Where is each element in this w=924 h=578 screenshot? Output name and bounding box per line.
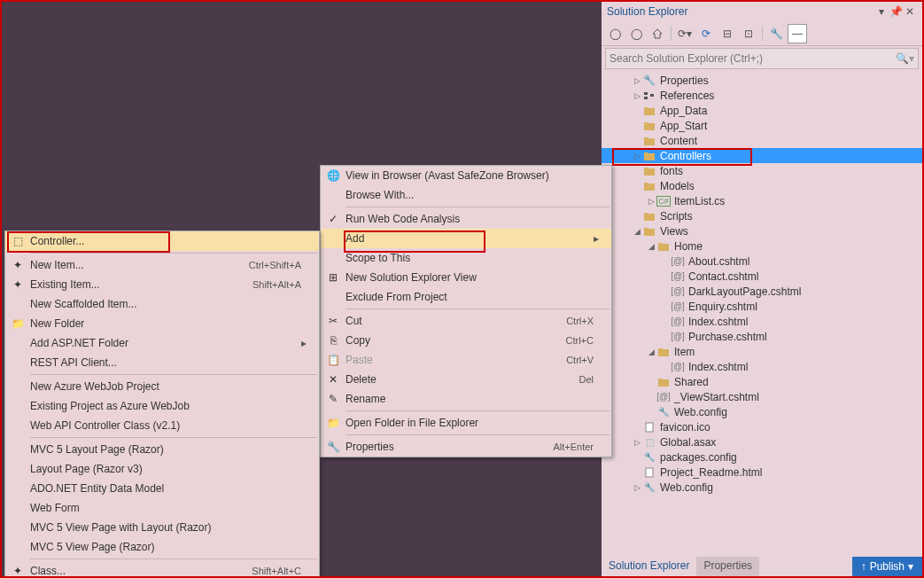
paste-icon: 📋: [321, 354, 346, 366]
tree-node-darklayoutpage-cshtml[interactable]: [@]DarkLayoutPage.cshtml: [602, 284, 922, 299]
expand-arrow-icon[interactable]: ▷: [632, 152, 642, 160]
add-submenu[interactable]: ⬚Controller...✦New Item...Ctrl+Shift+A✦E…: [4, 230, 320, 578]
tree-node-itemlist-cs[interactable]: ▷C#ItemList.cs: [602, 193, 922, 208]
menu-item-rename[interactable]: ✎Rename: [321, 389, 611, 409]
show-all-icon[interactable]: ⊡: [739, 24, 758, 43]
solution-explorer-tree[interactable]: ▷🔧Properties▷ReferencesApp_DataApp_Start…: [602, 71, 922, 557]
expand-arrow-icon[interactable]: ◢: [646, 348, 656, 356]
folder-icon: [642, 180, 656, 192]
submenu-item-add-asp-net-folder[interactable]: Add ASP.NET Folder▸: [5, 333, 319, 353]
tree-node-item[interactable]: ◢Item: [602, 344, 922, 359]
tree-node-shared[interactable]: Shared: [602, 374, 922, 389]
expand-arrow-icon[interactable]: ▷: [632, 76, 642, 85]
submenu-item-new-folder[interactable]: 📁New Folder: [5, 314, 319, 333]
config-icon: 🔧: [642, 481, 656, 494]
tree-node-index-cshtml[interactable]: [@]Index.cshtml: [602, 359, 922, 374]
tree-node-label: Scripts: [660, 210, 693, 223]
publish-bar[interactable]: ↑ Publish ▾: [852, 557, 922, 576]
submenu-item-new-scaffolded-item[interactable]: New Scaffolded Item...: [5, 294, 319, 314]
menu-item-label: View in Browser (Avast SafeZone Browser): [346, 169, 594, 182]
forward-icon[interactable]: ◯: [626, 24, 646, 43]
tree-node-fonts[interactable]: fonts: [602, 163, 922, 178]
cshtml-icon: [@]: [671, 361, 685, 373]
menu-item-run-web-code-analysis[interactable]: ✓Run Web Code Analysis: [321, 209, 611, 229]
back-icon[interactable]: ◯: [605, 24, 625, 43]
solution-explorer-search[interactable]: 🔍▾: [605, 48, 919, 69]
submenu-item-class[interactable]: ✦Class...Shift+Alt+C: [5, 561, 319, 578]
pin-icon[interactable]: 📌: [889, 4, 903, 19]
tree-node-favicon-ico[interactable]: favicon.ico: [602, 419, 922, 434]
sync-icon[interactable]: ⟳▾: [675, 24, 695, 43]
submenu-item-rest-api-client[interactable]: REST API Client...: [5, 353, 319, 372]
submenu-item-web-form[interactable]: Web Form: [5, 498, 319, 518]
tab-solution-explorer[interactable]: Solution Explorer: [602, 557, 696, 576]
dropdown-icon[interactable]: ▾: [874, 4, 889, 19]
submenu-item-mvc-5-view-page-with-layout-razor[interactable]: MVC 5 View Page with Layout (Razor): [5, 518, 319, 537]
tree-node-project-readme-html[interactable]: Project_Readme.html: [602, 465, 922, 480]
collapse-icon[interactable]: ⊟: [718, 24, 737, 43]
tree-node-index-cshtml[interactable]: [@]Index.cshtml: [602, 314, 922, 329]
menu-item-view-in-browser-avast-safezone-browser[interactable]: 🌐View in Browser (Avast SafeZone Browser…: [321, 166, 611, 185]
tree-node-properties[interactable]: ▷🔧Properties: [602, 73, 922, 88]
menu-item-exclude-from-project[interactable]: Exclude From Project: [321, 287, 611, 307]
context-menu[interactable]: 🌐View in Browser (Avast SafeZone Browser…: [320, 165, 612, 457]
menu-item-open-folder-in-file-explorer[interactable]: 📁Open Folder in File Explorer: [321, 413, 611, 433]
tree-node-enquiry-cshtml[interactable]: [@]Enquiry.cshtml: [602, 299, 922, 314]
tree-node-packages-config[interactable]: 🔧packages.config: [602, 449, 922, 465]
menu-item-label: MVC 5 View Page (Razor): [30, 541, 301, 553]
submenu-item-controller[interactable]: ⬚Controller...: [5, 231, 319, 251]
menu-item-browse-with[interactable]: Browse With...: [321, 185, 611, 205]
tree-node-about-cshtml[interactable]: [@]About.cshtml: [602, 254, 922, 269]
tab-properties[interactable]: Properties: [696, 557, 759, 576]
tree-node-home[interactable]: ◢Home: [602, 238, 922, 254]
menu-item-cut[interactable]: ✂CutCtrl+X: [321, 311, 611, 331]
search-input[interactable]: [610, 52, 896, 65]
tree-node-contact-cshtml[interactable]: [@]Contact.cshtml: [602, 269, 922, 284]
menu-item-label: Existing Project as Azure WebJob: [30, 400, 301, 412]
menu-item-properties[interactable]: 🔧PropertiesAlt+Enter: [321, 437, 611, 457]
tree-node-purchase-cshtml[interactable]: [@]Purchase.cshtml: [602, 329, 922, 344]
tree-node-web-config[interactable]: ▷🔧Web.config: [602, 480, 922, 495]
submenu-item-ado-net-entity-data-model[interactable]: ADO.NET Entity Data Model: [5, 479, 319, 498]
tree-node-views[interactable]: ◢Views: [602, 223, 922, 238]
tree-node-references[interactable]: ▷References: [602, 88, 922, 103]
tree-node-scripts[interactable]: Scripts: [602, 208, 922, 223]
menu-item-add[interactable]: Add▸: [321, 229, 611, 248]
tree-node-web-config[interactable]: 🔧Web.config: [602, 404, 922, 419]
menu-item-delete[interactable]: ✕DeleteDel: [321, 370, 611, 389]
home-icon[interactable]: [648, 24, 667, 43]
submenu-item-new-azure-webjob-project[interactable]: New Azure WebJob Project: [5, 377, 319, 396]
submenu-item-web-api-controller-class-v2-1[interactable]: Web API Controller Class (v2.1): [5, 416, 319, 435]
tree-node-global-asax[interactable]: ▷⬚Global.asax: [602, 434, 922, 449]
submenu-item-mvc-5-view-page-razor[interactable]: MVC 5 View Page (Razor): [5, 537, 319, 557]
tree-node-models[interactable]: Models: [602, 178, 922, 193]
menu-item-label: Rename: [346, 393, 594, 405]
expand-arrow-icon[interactable]: ▷: [632, 483, 642, 492]
tree-node--viewstart-cshtml[interactable]: [@]_ViewStart.cshtml: [602, 389, 922, 404]
tree-node-app-start[interactable]: App_Start: [602, 118, 922, 133]
tree-node-app-data[interactable]: App_Data: [602, 103, 922, 118]
expand-arrow-icon[interactable]: ▷: [632, 91, 642, 100]
refresh-icon[interactable]: ⟳: [696, 24, 716, 43]
menu-item-new-solution-explorer-view[interactable]: ⊞New Solution Explorer View: [321, 268, 611, 287]
expand-arrow-icon[interactable]: ◢: [632, 227, 642, 236]
menu-item-label: Existing Item...: [30, 278, 252, 291]
expand-arrow-icon[interactable]: ▷: [646, 197, 656, 206]
wrench-icon[interactable]: 🔧: [766, 24, 786, 43]
submenu-item-layout-page-razor-v3[interactable]: Layout Page (Razor v3): [5, 459, 319, 479]
submenu-item-mvc-5-layout-page-razor[interactable]: MVC 5 Layout Page (Razor): [5, 440, 319, 459]
submenu-arrow-icon: ▸: [301, 337, 312, 349]
close-icon[interactable]: ✕: [903, 4, 917, 19]
menu-item-scope-to-this[interactable]: Scope to This: [321, 248, 611, 268]
properties-icon[interactable]: —: [788, 24, 807, 43]
solution-explorer-toolbar: ◯ ◯ ⟳▾ ⟳ ⊟ ⊡ 🔧 —: [602, 21, 922, 46]
menu-item-copy[interactable]: ⎘CopyCtrl+C: [321, 331, 611, 350]
tree-node-content[interactable]: Content: [602, 133, 922, 148]
submenu-item-new-item[interactable]: ✦New Item...Ctrl+Shift+A: [5, 255, 319, 275]
menu-item-label: Web Form: [30, 502, 301, 514]
tree-node-controllers[interactable]: ▷Controllers: [602, 148, 922, 163]
submenu-item-existing-item[interactable]: ✦Existing Item...Shift+Alt+A: [5, 275, 319, 294]
expand-arrow-icon[interactable]: ▷: [632, 438, 642, 447]
expand-arrow-icon[interactable]: ◢: [646, 242, 656, 251]
submenu-item-existing-project-as-azure-webjob[interactable]: Existing Project as Azure WebJob: [5, 396, 319, 416]
